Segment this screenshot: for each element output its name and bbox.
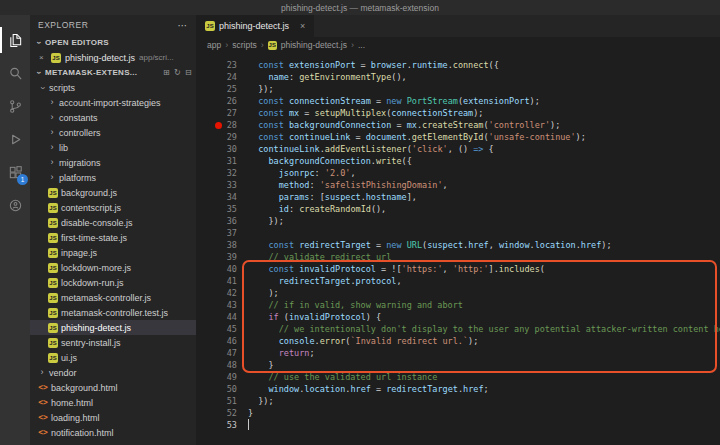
code-editor[interactable]: 23 const extensionPort = browser.runtime… [196,53,720,445]
line-number-gutter[interactable]: 37 [196,227,248,239]
code-line[interactable]: 40 const invalidProtocol = !['https:', '… [196,263,720,275]
line-number-gutter[interactable]: 34 [196,191,248,203]
tree-item-contentscript-js[interactable]: JScontentscript.js [30,200,196,215]
line-number-gutter[interactable]: 44 [196,311,248,323]
line-number-gutter[interactable]: 42 [196,287,248,299]
line-number-gutter[interactable]: 24 [196,71,248,83]
line-number-gutter[interactable]: 36 [196,215,248,227]
code-line[interactable]: 25 }); [196,83,720,95]
line-number-gutter[interactable]: 33 [196,179,248,191]
line-number-gutter[interactable]: 40 [196,263,248,275]
line-number-gutter[interactable]: 45 [196,323,248,335]
code-line[interactable]: 26 const connectionStream = new PortStre… [196,95,720,107]
line-number-gutter[interactable]: 29 [196,131,248,143]
tree-item-first-time-state-js[interactable]: JSfirst-time-state.js [30,230,196,245]
source-control-icon[interactable] [0,93,30,119]
line-number-gutter[interactable]: 30 [196,143,248,155]
code-line[interactable]: 51 }); [196,395,720,407]
tree-item-inpage-js[interactable]: JSinpage.js [30,245,196,260]
code-line[interactable]: 41 redirectTarget.protocol, [196,275,720,287]
line-number-gutter[interactable]: 26 [196,95,248,107]
new-file-icon[interactable]: ⊞ [163,68,170,77]
code-line[interactable]: 44 if (invalidProtocol) { [196,311,720,323]
open-editors-section[interactable]: › OPEN EDITORS [30,35,196,50]
explorer-icon[interactable] [0,27,30,53]
open-editor-item[interactable]: × JS phishing-detect.js app/scri... [30,50,196,65]
tree-item-constants[interactable]: ›constants [30,110,196,125]
line-number-gutter[interactable]: 47 [196,347,248,359]
line-number-gutter[interactable]: 49 [196,371,248,383]
code-line[interactable]: 46 console.error(`Invalid redirect url.`… [196,335,720,347]
code-line[interactable]: 48 } [196,359,720,371]
line-number-gutter[interactable]: 32 [196,167,248,179]
refresh-explorer-icon[interactable]: ↻ [174,68,181,77]
line-number-gutter[interactable]: 41 [196,275,248,287]
tree-item-vendor[interactable]: ›vendor [30,365,196,380]
breadcrumb-item[interactable]: ... [358,40,365,50]
code-line[interactable]: 23 const extensionPort = browser.runtime… [196,59,720,71]
code-line[interactable]: 35 id: createRandomId(), [196,203,720,215]
code-line[interactable]: 42 ); [196,287,720,299]
line-number-gutter[interactable]: 50 [196,383,248,395]
code-line[interactable]: 49 // use the validated url instance [196,371,720,383]
tree-item-notification-html[interactable]: <>notification.html [30,425,196,440]
tree-item-loading-html[interactable]: <>loading.html [30,410,196,425]
tree-item-account-import-strategies[interactable]: ›account-import-strategies [30,95,196,110]
line-number-gutter[interactable]: 38 [196,239,248,251]
line-number-gutter[interactable]: 51 [196,395,248,407]
close-icon[interactable]: × [300,21,305,31]
tree-item-sentry-install-js[interactable]: JSsentry-install.js [30,335,196,350]
breadcrumb-item[interactable]: phishing-detect.js [281,40,347,50]
breadcrumb-item[interactable]: app [207,40,221,50]
more-actions-icon[interactable]: ⋯ [178,20,189,31]
tree-item-platforms[interactable]: ›platforms [30,170,196,185]
tree-item-metamask-controller-js[interactable]: JSmetamask-controller.js [30,290,196,305]
code-line[interactable]: 45 // we intentionally don't display to … [196,323,720,335]
code-line[interactable]: 53 [196,419,720,431]
tree-item-metamask-controller-test-js[interactable]: JSmetamask-controller.test.js [30,305,196,320]
line-number-gutter[interactable]: 48 [196,359,248,371]
code-line[interactable]: 30 continueLink.addEventListener('click'… [196,143,720,155]
breakpoint-dot[interactable] [215,122,222,129]
code-line[interactable]: 34 params: [suspect.hostname], [196,191,720,203]
breadcrumb-item[interactable]: scripts [232,40,257,50]
code-line[interactable]: 24 name: getEnvironmentType(), [196,71,720,83]
line-number-gutter[interactable]: 25 [196,83,248,95]
tree-item-disable-console-js[interactable]: JSdisable-console.js [30,215,196,230]
code-line[interactable]: 33 method: 'safelistPhishingDomain', [196,179,720,191]
tree-item-scripts[interactable]: ›scripts [30,80,196,95]
code-line[interactable]: 39 // validate redirect url [196,251,720,263]
tree-item-lockdown-run-js[interactable]: JSlockdown-run.js [30,275,196,290]
code-line[interactable]: 47 return; [196,347,720,359]
code-line[interactable]: 27 const mx = setupMultiplex(connectionS… [196,107,720,119]
line-number-gutter[interactable]: 35 [196,203,248,215]
line-number-gutter[interactable]: 46 [196,335,248,347]
line-number-gutter[interactable]: 53 [196,419,248,431]
code-line[interactable]: 29 const continueLink = document.getElem… [196,131,720,143]
extensions-icon[interactable]: 1 [0,159,30,185]
tree-item-migrations[interactable]: ›migrations [30,155,196,170]
code-line[interactable]: 52} [196,407,720,419]
tree-item-ui-js[interactable]: JSui.js [30,350,196,365]
code-line[interactable]: 36 }); [196,215,720,227]
tree-item-background-html[interactable]: <>background.html [30,380,196,395]
search-icon[interactable] [0,60,30,86]
line-number-gutter[interactable]: 27 [196,107,248,119]
line-number-gutter[interactable]: 28 [196,119,248,131]
close-icon[interactable]: × [39,53,47,62]
code-line[interactable]: 38 const redirectTarget = new URL(suspec… [196,239,720,251]
code-line[interactable]: 37 [196,227,720,239]
line-number-gutter[interactable]: 52 [196,407,248,419]
code-line[interactable]: 31 backgroundConnection.write({ [196,155,720,167]
tab-phishing-detect-js[interactable]: JS phishing-detect.js × [196,15,314,37]
workspace-section[interactable]: › METAMASK-EXTENS... ⊞↻⊟ [30,65,196,80]
tree-item-home-html[interactable]: <>home.html [30,395,196,410]
code-line[interactable]: 50 window.location.href = redirectTarget… [196,383,720,395]
tree-item-lib[interactable]: ›lib [30,140,196,155]
tree-item-lockdown-more-js[interactable]: JSlockdown-more.js [30,260,196,275]
line-number-gutter[interactable]: 39 [196,251,248,263]
live-share-icon[interactable] [0,192,30,218]
tree-item-phishing-detect-js[interactable]: JSphishing-detect.js [30,320,196,335]
run-debug-icon[interactable] [0,126,30,152]
tree-item-controllers[interactable]: ›controllers [30,125,196,140]
